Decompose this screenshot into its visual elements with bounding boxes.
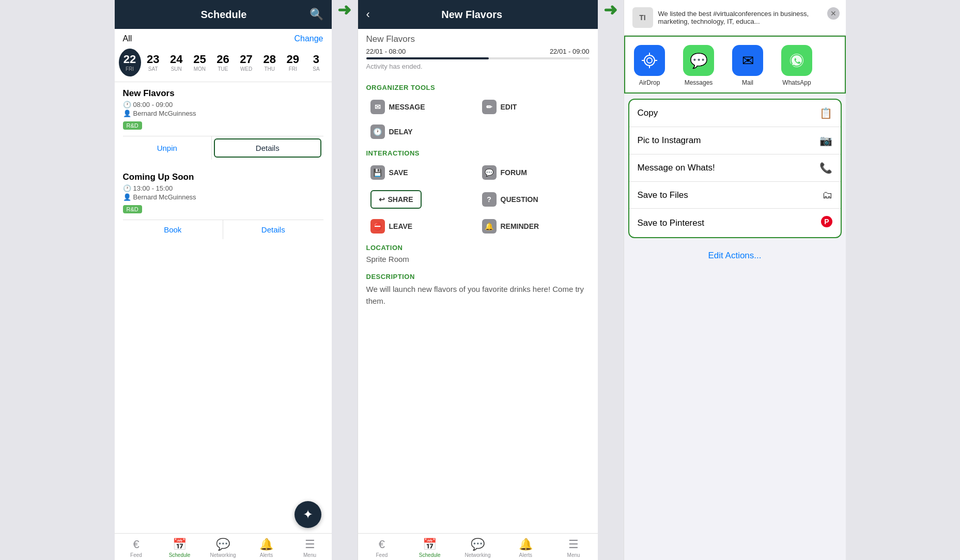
question-icon: ? [482, 192, 497, 207]
airdrop-app[interactable]: AirDrop [625, 45, 674, 86]
tool-delay[interactable]: 🕐 DELAY [366, 119, 478, 144]
book-button[interactable]: Book [123, 220, 223, 239]
detail-time-row: 22/01 - 08:00 22/01 - 09:00 [366, 48, 590, 55]
whatsapp-app[interactable]: WhatsApp [772, 45, 822, 86]
message-avatar: TI [632, 7, 653, 28]
leave-icon: ⛔ [370, 219, 385, 234]
detail-menu-icon: ☰ [568, 538, 579, 551]
activity-ended: Activity has ended. [366, 63, 590, 70]
tool-edit[interactable]: ✏ EDIT [478, 95, 590, 119]
organizer-tools-label: ORGANIZER TOOLS [358, 79, 598, 95]
detail-panel: ‹ New Flavors New Flavors 22/01 - 08:00 … [358, 0, 598, 560]
event-time-1: 🕐 08:00 - 09:00 [123, 101, 323, 108]
share-actions-list: Copy 📋 Pic to Instagram 📷 Message on Wha… [628, 99, 842, 238]
date-item-24[interactable]: 24SUN [165, 51, 188, 73]
tool-message[interactable]: ✉ MESSAGE [366, 95, 478, 119]
nav-feed[interactable]: € Feed [115, 538, 158, 558]
organizer-tools-grid: ✉ MESSAGE ✏ EDIT 🕐 DELAY [358, 95, 598, 144]
nav-networking[interactable]: 💬 Networking [202, 538, 245, 558]
date-item-22[interactable]: 22FRI [119, 49, 141, 76]
edit-actions[interactable]: Edit Actions... [624, 243, 846, 268]
event-time-2: 🕐 13:00 - 15:00 [123, 184, 323, 192]
event-organizer-2: 👤 Bernard McGuinness [123, 193, 323, 201]
date-item-28[interactable]: 28THU [258, 51, 281, 73]
detail-nav-feed[interactable]: € Feed [358, 538, 406, 558]
date-item-23[interactable]: 23SAT [142, 51, 164, 73]
close-button[interactable]: ✕ [827, 7, 840, 20]
details-button-1[interactable]: Details [214, 138, 321, 158]
detail-alerts-icon: 🔔 [519, 538, 533, 551]
share-panel: TI We listed the best #virtualconference… [624, 0, 846, 560]
all-label: All [123, 34, 132, 43]
messages-icon: 💬 [683, 45, 714, 76]
search-icon[interactable]: 🔍 [309, 8, 323, 21]
details-button-2[interactable]: Details [223, 220, 323, 239]
nav-alerts[interactable]: 🔔 Alerts [245, 538, 288, 558]
action-save-files-label: Save to Files [638, 190, 688, 200]
action-pinterest[interactable]: Save to Pinterest P [629, 209, 841, 237]
mail-app[interactable]: ✉ Mail [723, 45, 772, 86]
whatsapp-msg-icon: 📞 [819, 162, 832, 174]
share-button[interactable]: ↩ SHARE [370, 190, 422, 209]
date-item-26[interactable]: 26TUE [212, 51, 234, 73]
interaction-share[interactable]: ↩ SHARE [366, 185, 478, 214]
fab-button[interactable]: ✦ [295, 501, 321, 528]
progress-bar [366, 57, 590, 59]
arrow-1-icon: ➜ [337, 0, 351, 20]
change-button[interactable]: Change [294, 34, 323, 43]
action-instagram-label: Pic to Instagram [638, 135, 701, 146]
schedule-panel: Schedule 🔍 All Change 22FRI23SAT24SUN25M… [115, 0, 332, 560]
date-row: 22FRI23SAT24SUN25MON26TUE27WED28THU29FRI… [115, 45, 332, 82]
location-text: Sprite Room [358, 255, 598, 268]
interaction-reminder[interactable]: 🔔 REMINDER [478, 214, 590, 239]
description-text: We will launch new flavors of you favori… [358, 284, 598, 307]
action-pinterest-label: Save to Pinterest [638, 218, 704, 228]
schedule-header: Schedule 🔍 [115, 0, 332, 29]
nav-schedule[interactable]: 📅 Schedule [158, 538, 202, 558]
unpin-button[interactable]: Unpin [123, 136, 212, 160]
whatsapp-icon [781, 45, 812, 76]
event-new-flavors: New Flavors 🕐 08:00 - 09:00 👤 Bernard Mc… [115, 82, 332, 162]
arrow-2-container: ➜ [598, 0, 624, 20]
nav-menu[interactable]: ☰ Menu [288, 538, 332, 558]
action-copy-label: Copy [638, 108, 658, 118]
date-item-29[interactable]: 29FRI [282, 51, 304, 73]
date-item-27[interactable]: 27WED [235, 51, 257, 73]
description-label: DESCRIPTION [358, 268, 598, 284]
interaction-save[interactable]: 💾 SAVE [366, 160, 478, 185]
detail-nav-networking[interactable]: 💬 Networking [454, 538, 502, 558]
event-title-1: New Flavors [123, 88, 323, 99]
action-whatsapp-msg[interactable]: Message on Whats! 📞 [629, 154, 841, 182]
schedule-title: Schedule [138, 9, 309, 21]
detail-nav-menu[interactable]: ☰ Menu [550, 538, 598, 558]
action-instagram[interactable]: Pic to Instagram 📷 [629, 127, 841, 154]
messages-app[interactable]: 💬 Messages [674, 45, 723, 86]
interaction-question[interactable]: ? QUESTION [478, 185, 590, 214]
share-apps-row: AirDrop 💬 Messages ✉ Mail WhatsApp [624, 36, 846, 94]
all-row: All Change [115, 29, 332, 45]
detail-nav-schedule[interactable]: 📅 Schedule [406, 538, 454, 558]
event-tag-1: R&D [123, 121, 142, 130]
detail-networking-icon: 💬 [471, 538, 485, 551]
detail-header: ‹ New Flavors [358, 0, 598, 29]
date-item-25[interactable]: 25MON [189, 51, 211, 73]
action-whatsapp-label: Message on Whats! [638, 163, 715, 173]
back-button[interactable]: ‹ [366, 8, 370, 21]
detail-subtitle: New Flavors [366, 34, 590, 44]
feed-icon: € [133, 538, 139, 551]
interaction-leave[interactable]: ⛔ LEAVE [366, 214, 478, 239]
pinterest-icon: P [821, 216, 832, 230]
action-copy[interactable]: Copy 📋 [629, 100, 841, 127]
message-preview-text: We listed the best #virtualconferences i… [658, 10, 838, 25]
detail-feed-icon: € [379, 538, 385, 551]
interaction-forum[interactable]: 💬 FORUM [478, 160, 590, 185]
detail-nav-alerts[interactable]: 🔔 Alerts [502, 538, 550, 558]
whatsapp-label: WhatsApp [782, 79, 811, 86]
copy-icon: 📋 [819, 107, 832, 119]
action-save-files[interactable]: Save to Files 🗂 [629, 182, 841, 209]
event-coming-up: Coming Up Soon 🕐 13:00 - 15:00 👤 Bernard… [115, 166, 332, 241]
files-icon: 🗂 [822, 189, 832, 201]
location-label: LOCATION [358, 239, 598, 255]
date-item-3[interactable]: 3SA [305, 51, 327, 73]
detail-scroll[interactable]: New Flavors 22/01 - 08:00 22/01 - 09:00 … [358, 29, 598, 533]
